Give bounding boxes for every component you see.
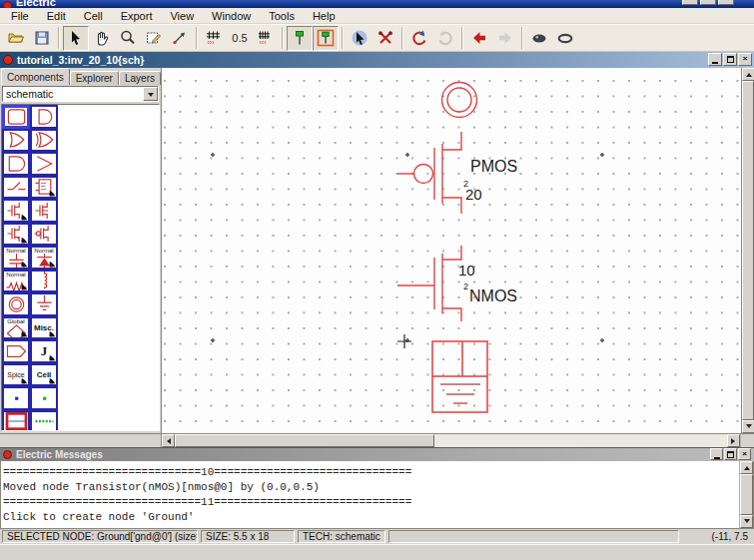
edit-maximize-button[interactable] [723, 53, 737, 66]
tab-components[interactable]: Components [1, 68, 70, 85]
palette-green-pin[interactable] [30, 386, 58, 410]
palette-box[interactable] [2, 105, 30, 129]
palette-or-gate[interactable] [2, 129, 30, 153]
expand-button[interactable] [526, 26, 552, 51]
palette-j-letter[interactable]: J [30, 339, 58, 363]
expand-icon [530, 29, 548, 47]
palette-misc[interactable]: Misc. [30, 316, 58, 340]
status-coordinates: (-11, 7.5 [682, 530, 752, 543]
preferences-icon [377, 29, 394, 47]
technology-dropdown-button[interactable] [143, 87, 158, 101]
palette-nmos[interactable] [2, 199, 30, 223]
scroll-down-button[interactable] [742, 420, 754, 433]
messages-title-bar[interactable]: Electric Messages × [0, 447, 754, 461]
menu-file[interactable]: File [2, 9, 38, 23]
schematic-canvas[interactable]: PMOS 2 20 10 2 NMOS [162, 68, 741, 433]
messages-window[interactable]: ==============================10========… [0, 461, 754, 529]
technology-select[interactable]: schematic [2, 86, 159, 102]
messages-close-button[interactable]: × [738, 448, 751, 460]
grid-button[interactable]: ››› [201, 26, 227, 51]
back-button[interactable] [466, 26, 492, 51]
scroll-up-button[interactable] [742, 68, 754, 81]
menu-edit[interactable]: Edit [38, 9, 75, 23]
palette-resistor[interactable]: Normal [2, 270, 30, 293]
palette-inductor[interactable] [30, 270, 58, 293]
messages-title: Electric Messages [16, 449, 103, 460]
save-button[interactable] [29, 26, 55, 51]
palette-tag[interactable] [2, 339, 30, 363]
close-button[interactable] [718, 0, 734, 5]
palette-open-gate[interactable] [2, 152, 30, 176]
palette-red-box[interactable] [2, 410, 30, 432]
nmos-label[interactable]: NMOS [469, 287, 517, 304]
palette-capacitor[interactable]: Normal [2, 246, 30, 270]
power-node[interactable] [442, 83, 477, 118]
pointer-button[interactable] [63, 26, 89, 51]
open-icon [7, 29, 25, 47]
menu-window[interactable]: Window [203, 9, 260, 23]
menu-cell[interactable]: Cell [75, 9, 112, 23]
palette-and-gate[interactable] [30, 105, 58, 129]
menu-tools[interactable]: Tools [260, 9, 304, 23]
canvas-hscrollbar-thumb[interactable] [175, 434, 434, 447]
nmos-width-label[interactable]: 10 [458, 262, 475, 279]
palette-cell[interactable]: Cell [30, 363, 58, 387]
palette-green-dash[interactable] [30, 410, 58, 432]
edit-minimize-button[interactable] [708, 53, 722, 66]
scroll-up-button[interactable] [740, 461, 753, 474]
palette-pmos4[interactable] [30, 199, 58, 223]
preferences-button[interactable] [373, 26, 398, 51]
palette-switch[interactable] [2, 176, 30, 200]
palette-power[interactable] [2, 292, 30, 316]
scroll-down-button[interactable] [740, 515, 753, 528]
palette-buffer[interactable] [30, 152, 58, 176]
maximize-button[interactable] [700, 0, 716, 5]
undo-button[interactable] [406, 26, 432, 51]
palette-pmos-bubble[interactable] [30, 223, 58, 247]
pin-button[interactable] [287, 26, 313, 51]
menu-export[interactable]: Export [112, 9, 162, 23]
palette-blue-pin[interactable] [2, 386, 30, 410]
pin-highlight-button[interactable] [313, 26, 339, 51]
canvas-vscrollbar-thumb[interactable] [742, 81, 754, 420]
zoom-button[interactable] [115, 26, 141, 51]
scroll-right-button[interactable] [727, 434, 740, 447]
ground-node-selected[interactable] [432, 341, 487, 412]
tab-explorer[interactable]: Explorer [70, 71, 119, 85]
message-line: ==============================11========… [3, 495, 737, 510]
tab-layers[interactable]: Layers [119, 71, 161, 85]
nmos-length-label[interactable]: 2 [463, 281, 468, 291]
scroll-left-button[interactable] [162, 434, 175, 447]
grid-scale-button[interactable]: 0.5 [227, 26, 253, 51]
menu-view[interactable]: View [161, 9, 203, 23]
palette-nmos-b[interactable] [2, 223, 30, 247]
open-button[interactable] [3, 26, 29, 51]
messages-vscrollbar[interactable] [739, 461, 753, 528]
palette-ground[interactable] [30, 292, 58, 316]
palette-diode[interactable]: Normal [30, 246, 58, 270]
menu-help[interactable]: Help [304, 9, 345, 23]
select-area-button[interactable] [141, 26, 167, 51]
pmos-label[interactable]: PMOS [470, 158, 517, 175]
pan-button[interactable] [89, 26, 115, 51]
select-objects-button[interactable] [347, 26, 373, 51]
messages-minimize-button[interactable] [710, 448, 723, 460]
palette-global[interactable]: Global [2, 316, 30, 340]
edit-close-button[interactable]: × [738, 53, 752, 66]
wire-button[interactable] [167, 26, 193, 51]
palette-xor-gate[interactable] [30, 129, 58, 153]
messages-vscrollbar-thumb[interactable] [740, 474, 753, 515]
edit-window-title-bar[interactable]: tutorial_3:inv_20_10{sch} × [0, 52, 754, 68]
nmos-transistor[interactable] [397, 246, 461, 321]
messages-maximize-button[interactable] [724, 448, 737, 460]
palette-flipflop[interactable] [30, 176, 58, 200]
grid-half-button[interactable]: ‹‹‹ [253, 26, 279, 51]
collapse-button[interactable] [552, 26, 578, 51]
canvas-vscrollbar[interactable] [741, 68, 754, 433]
palette-spice[interactable]: Spice [2, 363, 30, 387]
pmos-width-label[interactable]: 20 [465, 186, 482, 203]
pmos-transistor[interactable] [397, 132, 461, 214]
canvas-hscrollbar[interactable] [175, 434, 727, 447]
palette-cell-text: J [41, 343, 48, 359]
minimize-button[interactable] [682, 0, 698, 5]
